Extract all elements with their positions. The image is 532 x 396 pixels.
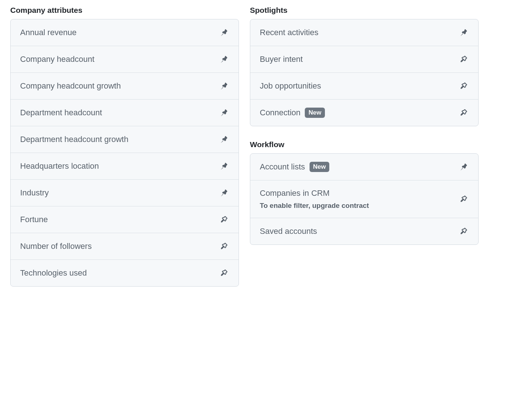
row-label: Job opportunities xyxy=(260,81,321,91)
filter-row-department-headcount-growth[interactable]: Department headcount growth xyxy=(11,126,239,153)
section-company-attributes: Company attributes Annual revenueCompany… xyxy=(10,6,239,287)
row-main: Department headcount xyxy=(20,108,102,117)
row-label-line: Technologies used xyxy=(20,268,87,278)
column-right: Spotlights Recent activitiesBuyer intent… xyxy=(250,6,479,287)
card: Annual revenueCompany headcountCompany h… xyxy=(10,19,239,287)
card: Recent activitiesBuyer intentJob opportu… xyxy=(250,19,479,126)
pin-filled-icon[interactable] xyxy=(458,27,469,38)
row-main: Saved accounts xyxy=(260,227,317,236)
row-main: Company headcount xyxy=(20,55,94,64)
pin-filled-icon[interactable] xyxy=(219,27,229,38)
row-main: Department headcount growth xyxy=(20,135,128,144)
pin-outline-icon[interactable] xyxy=(458,81,469,91)
filter-row-companies-in-crm[interactable]: Companies in CRMTo enable filter, upgrad… xyxy=(250,180,478,218)
filter-row-company-headcount-growth[interactable]: Company headcount growth xyxy=(11,72,239,99)
row-main: Recent activities xyxy=(260,28,318,37)
row-label-line: Company headcount growth xyxy=(20,81,121,91)
row-label-line: Companies in CRM xyxy=(260,188,369,198)
row-main: Fortune xyxy=(20,215,48,224)
row-label: Department headcount growth xyxy=(20,135,128,144)
row-main: Industry xyxy=(20,188,49,198)
row-main: Company headcount growth xyxy=(20,81,121,91)
row-label-line: Number of followers xyxy=(20,242,92,251)
row-label-line: Job opportunities xyxy=(260,81,321,91)
row-main: Technologies used xyxy=(20,268,87,278)
filter-row-annual-revenue[interactable]: Annual revenue xyxy=(11,19,239,46)
filter-row-account-lists[interactable]: Account listsNew xyxy=(250,154,478,180)
row-label: Recent activities xyxy=(260,28,318,37)
row-label: Fortune xyxy=(20,215,48,224)
pin-outline-icon[interactable] xyxy=(458,54,469,64)
pin-outline-icon[interactable] xyxy=(219,268,229,278)
pin-filled-icon[interactable] xyxy=(219,54,229,64)
row-label-line: Industry xyxy=(20,188,49,198)
row-main: ConnectionNew xyxy=(260,108,325,118)
pin-outline-icon[interactable] xyxy=(219,214,229,225)
section-title: Spotlights xyxy=(250,6,479,15)
filter-row-company-headcount[interactable]: Company headcount xyxy=(11,46,239,72)
pin-filled-icon[interactable] xyxy=(458,162,469,172)
row-label: Company headcount growth xyxy=(20,81,121,91)
pin-filled-icon[interactable] xyxy=(219,108,229,118)
row-label: Headquarters location xyxy=(20,161,99,171)
pin-outline-icon[interactable] xyxy=(458,194,469,204)
row-main: Companies in CRMTo enable filter, upgrad… xyxy=(260,188,369,210)
filter-row-technologies-used[interactable]: Technologies used xyxy=(11,259,239,286)
pin-filled-icon[interactable] xyxy=(219,134,229,145)
filter-row-recent-activities[interactable]: Recent activities xyxy=(250,19,478,46)
row-main: Headquarters location xyxy=(20,161,99,171)
row-label: Connection xyxy=(260,108,300,117)
filter-row-connection[interactable]: ConnectionNew xyxy=(250,99,478,126)
row-label-line: Annual revenue xyxy=(20,28,76,37)
pin-outline-icon[interactable] xyxy=(458,108,469,118)
badge-new: New xyxy=(310,162,330,172)
row-label: Account lists xyxy=(260,162,305,172)
row-label-line: Recent activities xyxy=(260,28,318,37)
row-label-line: Fortune xyxy=(20,215,48,224)
filter-row-department-headcount[interactable]: Department headcount xyxy=(11,99,239,126)
column-left: Company attributes Annual revenueCompany… xyxy=(10,6,239,287)
row-label: Annual revenue xyxy=(20,28,76,37)
filter-row-job-opportunities[interactable]: Job opportunities xyxy=(250,72,478,99)
section-spotlights: Spotlights Recent activitiesBuyer intent… xyxy=(250,6,479,126)
pin-filled-icon[interactable] xyxy=(219,161,229,171)
row-label: Department headcount xyxy=(20,108,102,117)
row-label: Buyer intent xyxy=(260,55,303,64)
row-label: Number of followers xyxy=(20,242,92,251)
row-main: Number of followers xyxy=(20,242,92,251)
section-title: Workflow xyxy=(250,140,479,149)
filter-row-number-of-followers[interactable]: Number of followers xyxy=(11,233,239,259)
row-label: Industry xyxy=(20,188,49,198)
filter-row-fortune[interactable]: Fortune xyxy=(11,206,239,233)
row-label: Technologies used xyxy=(20,268,87,278)
row-main: Job opportunities xyxy=(260,81,321,91)
row-label: Companies in CRM xyxy=(260,188,330,198)
row-label: Company headcount xyxy=(20,55,94,64)
row-main: Buyer intent xyxy=(260,55,303,64)
row-label-line: ConnectionNew xyxy=(260,108,325,118)
row-label-line: Company headcount xyxy=(20,55,94,64)
row-label-line: Department headcount xyxy=(20,108,102,117)
row-note: To enable filter, upgrade contract xyxy=(260,202,369,210)
row-label-line: Account listsNew xyxy=(260,162,329,172)
filter-row-industry[interactable]: Industry xyxy=(11,179,239,206)
row-label-line: Saved accounts xyxy=(260,227,317,236)
pin-filled-icon[interactable] xyxy=(219,188,229,198)
filter-row-saved-accounts[interactable]: Saved accounts xyxy=(250,218,478,244)
row-label-line: Buyer intent xyxy=(260,55,303,64)
section-workflow: Workflow Account listsNewCompanies in CR… xyxy=(250,140,479,245)
pin-filled-icon[interactable] xyxy=(219,81,229,91)
row-main: Annual revenue xyxy=(20,28,76,37)
section-title: Company attributes xyxy=(10,6,239,15)
row-label-line: Department headcount growth xyxy=(20,135,128,144)
row-label: Saved accounts xyxy=(260,227,317,236)
card: Account listsNewCompanies in CRMTo enabl… xyxy=(250,153,479,245)
row-label-line: Headquarters location xyxy=(20,161,99,171)
row-main: Account listsNew xyxy=(260,162,329,172)
pin-outline-icon[interactable] xyxy=(219,241,229,251)
badge-new: New xyxy=(305,108,325,118)
filter-row-headquarters-location[interactable]: Headquarters location xyxy=(11,153,239,179)
pin-outline-icon[interactable] xyxy=(458,226,469,236)
filter-row-buyer-intent[interactable]: Buyer intent xyxy=(250,46,478,72)
